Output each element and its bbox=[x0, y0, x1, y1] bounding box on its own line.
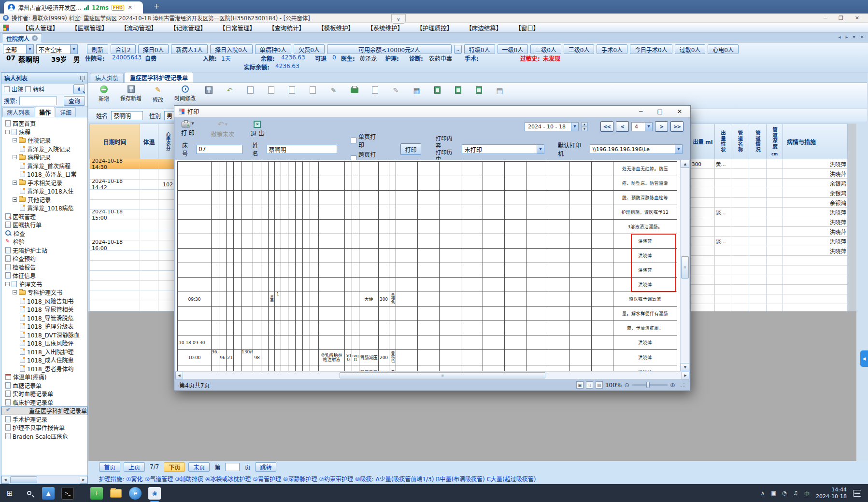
volume-icon[interactable]: ♫ bbox=[793, 490, 798, 496]
network-icon[interactable]: ◔ bbox=[783, 490, 787, 496]
scroll-left-icon[interactable]: ◀ bbox=[1, 476, 9, 484]
table-row[interactable] bbox=[89, 301, 178, 311]
scroll-right-icon[interactable]: ▶ bbox=[682, 372, 689, 379]
scrollbar-thumb[interactable]: ≡ bbox=[340, 372, 545, 378]
menu-item[interactable]: 【病人管理】 bbox=[22, 23, 58, 32]
table-row[interactable] bbox=[89, 190, 178, 200]
zoom-slider-thumb[interactable] bbox=[646, 382, 650, 388]
filter-button[interactable]: 一级0人 bbox=[498, 44, 528, 54]
next-page-button[interactable]: 下页 bbox=[164, 462, 185, 472]
tree-item[interactable]: 1018_导管滑脱危 bbox=[1, 314, 87, 322]
sidebar-tab-0[interactable]: 病人列表 bbox=[2, 107, 34, 117]
new-tab-button[interactable]: + bbox=[154, 2, 160, 11]
his-app-icon[interactable]: + bbox=[87, 484, 106, 502]
tree-item[interactable]: 1018_压疮风险评 bbox=[1, 339, 87, 348]
tree-item[interactable]: 体温单(疼痛) bbox=[1, 373, 87, 381]
input-language-indicator[interactable]: 中 bbox=[804, 489, 810, 497]
tree-item[interactable]: 专科护理文书 bbox=[1, 288, 87, 297]
table-row[interactable] bbox=[89, 200, 178, 210]
resize-grip[interactable] bbox=[680, 382, 685, 388]
col-tube-status[interactable]: 管道情况 bbox=[749, 124, 767, 159]
sidebar-tab-1[interactable]: 操作 bbox=[35, 107, 55, 117]
toolbar-button[interactable]: 保存新增 bbox=[117, 85, 144, 102]
table-row[interactable]: 淡...洪晓萍 bbox=[691, 237, 848, 246]
col-datetime[interactable]: 日期时间 bbox=[89, 124, 140, 159]
col-output[interactable]: 出量 ml bbox=[691, 124, 715, 159]
tree-item[interactable]: 无陪护护士站 bbox=[1, 246, 87, 255]
scroll-up-icon[interactable]: ▲ bbox=[681, 160, 689, 168]
expand-icon[interactable] bbox=[13, 197, 17, 202]
table-row[interactable] bbox=[691, 256, 848, 265]
filter-button[interactable]: 择日入院0人 bbox=[210, 44, 253, 54]
menu-item[interactable]: 【查询统计】 bbox=[269, 23, 305, 32]
filter-button[interactable]: 手术0人 bbox=[597, 44, 627, 54]
scroll-down-icon[interactable]: ▼ bbox=[681, 363, 689, 371]
menu-item[interactable]: 【护理质控】 bbox=[416, 23, 453, 32]
tab-list-icon[interactable]: ▾ bbox=[853, 34, 855, 40]
menu-item[interactable]: 【记账管理】 bbox=[170, 23, 206, 32]
jump-page-input[interactable] bbox=[225, 463, 240, 471]
scope-select[interactable]: 全部▼ bbox=[3, 44, 34, 54]
tree-item[interactable]: 检查 bbox=[1, 229, 87, 238]
tree-item[interactable]: 血糖记录单 bbox=[1, 381, 87, 390]
tree-item[interactable]: 医嘱执行单 bbox=[1, 221, 87, 229]
restore-icon[interactable]: ❐ bbox=[839, 15, 843, 21]
filter-button[interactable]: 心电0人 bbox=[708, 44, 739, 54]
table-row[interactable]: 2024-10-18 14:30 bbox=[89, 159, 178, 169]
prev-record-button[interactable]: < bbox=[616, 121, 629, 132]
toolbar-icon-slot[interactable] bbox=[261, 85, 282, 94]
tree-item[interactable]: 手术相关记录 bbox=[1, 179, 87, 187]
discharged-checkbox[interactable] bbox=[4, 86, 10, 92]
tree-item[interactable]: 1018_黄泽龙_日常 bbox=[1, 170, 87, 179]
jump-button[interactable]: 跳转 bbox=[255, 462, 276, 472]
table-row[interactable]: 淡...洪晓萍 bbox=[691, 208, 848, 217]
taskbar-search-icon[interactable] bbox=[19, 484, 39, 502]
expand-icon[interactable] bbox=[13, 155, 17, 159]
tree-item[interactable]: 1018_入出院护理 bbox=[1, 348, 87, 356]
table-row[interactable] bbox=[89, 251, 178, 261]
filter-button[interactable]: 过敏0人 bbox=[675, 44, 706, 54]
zoom-in-icon[interactable]: ⊕ bbox=[670, 381, 675, 389]
menu-item[interactable]: 【系统维护】 bbox=[367, 23, 403, 32]
menu-item[interactable]: 【日常管理】 bbox=[219, 23, 256, 32]
tree-item[interactable]: 体征信息 bbox=[1, 271, 87, 280]
table-row[interactable] bbox=[691, 275, 848, 285]
zoom-out-icon[interactable]: ⊖ bbox=[624, 381, 629, 389]
scrollbar-thumb[interactable] bbox=[10, 476, 37, 483]
clock[interactable]: 14:442024-10-18 bbox=[816, 487, 847, 500]
browser-app-icon[interactable]: e bbox=[126, 484, 145, 502]
prev-page-button[interactable]: 上页 bbox=[124, 462, 145, 472]
console-app-icon[interactable]: >_ bbox=[58, 484, 77, 502]
tray-expand-icon[interactable]: ∧ bbox=[761, 490, 765, 496]
bed-input[interactable]: 07 bbox=[196, 145, 242, 154]
tree-item[interactable]: 病程 bbox=[1, 128, 87, 137]
last-page-button[interactable]: 末页 bbox=[188, 462, 210, 472]
dialog-close-icon[interactable]: ✕ bbox=[677, 108, 682, 115]
filter-button[interactable]: 可用余额<10000元2人 bbox=[327, 44, 452, 54]
tree-item[interactable]: 其他记录 bbox=[1, 195, 87, 204]
scrollbar-thumb[interactable]: ≡ bbox=[681, 256, 689, 279]
search-button[interactable] bbox=[73, 84, 85, 94]
tree-item[interactable]: 西医首页 bbox=[1, 119, 87, 128]
tree-item[interactable]: 1018_DVT深静脉血 bbox=[1, 331, 87, 339]
tree-item[interactable]: 检验 bbox=[1, 237, 87, 246]
expand-icon[interactable] bbox=[13, 290, 17, 294]
table-row[interactable]: 余银鸿 bbox=[691, 198, 848, 208]
tree-item[interactable]: 实时血糖记录单 bbox=[1, 390, 87, 398]
filter-button[interactable]: 刷新 bbox=[87, 44, 108, 54]
close-icon[interactable]: ✕ bbox=[855, 15, 859, 21]
col-condition[interactable]: 病情与措施 bbox=[783, 124, 848, 159]
page-number-select[interactable]: 4 ▼ bbox=[631, 122, 653, 131]
filter-button[interactable]: 单病种0人 bbox=[255, 44, 292, 54]
query-button[interactable]: 查询 bbox=[64, 96, 85, 106]
toolbar-icon-slot[interactable] bbox=[489, 85, 510, 95]
browser-tab[interactable]: 漳州古雷港经济开发区... 12ms FHD ✕ bbox=[4, 1, 143, 14]
table-row[interactable] bbox=[89, 220, 178, 230]
table-row[interactable]: 洪晓萍 bbox=[691, 169, 848, 179]
tree-item[interactable]: 黄泽龙_入院记录 bbox=[1, 145, 87, 153]
toolbar-button[interactable]: 时间修改 bbox=[171, 85, 199, 102]
more-button[interactable]: ‥ bbox=[454, 45, 462, 54]
table-row[interactable]: 2024-10-18 14:42102 bbox=[89, 180, 178, 190]
single-page-icon[interactable]: ▯ bbox=[586, 381, 593, 389]
col-temp[interactable]: 体温 bbox=[140, 124, 158, 159]
